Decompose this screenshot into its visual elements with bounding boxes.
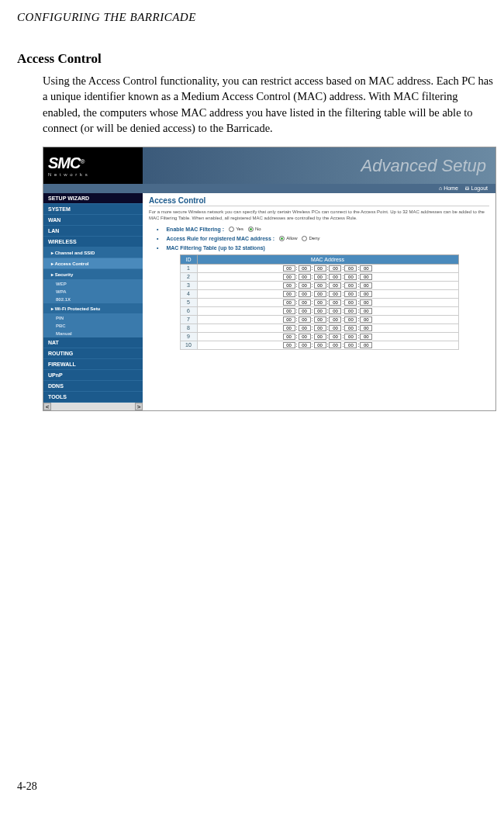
mac-octet-input[interactable] [329, 334, 341, 340]
mac-octet-input[interactable] [329, 342, 341, 348]
sidebar-wpa[interactable]: WPA [43, 288, 143, 296]
sidebar-wep[interactable]: WEP [43, 280, 143, 288]
mac-octet-input[interactable] [360, 291, 372, 297]
mac-octet-input[interactable] [360, 317, 372, 323]
mac-octet-input[interactable] [360, 325, 372, 331]
mac-octet-input[interactable] [283, 299, 295, 306]
mac-octet-input[interactable] [314, 325, 326, 331]
mac-octet-input[interactable] [329, 291, 341, 297]
sidebar-upnp[interactable]: UPnP [43, 370, 143, 381]
mac-octet-input[interactable] [299, 325, 311, 331]
mac-octet-input[interactable] [344, 274, 357, 280]
radio-deny[interactable]: Deny [302, 236, 319, 241]
mac-octet-input[interactable] [283, 291, 295, 297]
sidebar-tools[interactable]: TOOLS [43, 392, 143, 403]
mac-octet-input[interactable] [344, 325, 357, 331]
sidebar-routing[interactable]: ROUTING [43, 348, 143, 359]
mac-octet-input[interactable] [344, 342, 357, 348]
sidebar-pin[interactable]: PIN [43, 314, 143, 322]
mac-octet-input[interactable] [299, 342, 311, 348]
mac-octet-input[interactable] [314, 274, 326, 280]
sidebar-security[interactable]: ▸ Security [43, 269, 143, 280]
mac-octet-input[interactable] [283, 282, 295, 289]
mac-octet-input[interactable] [344, 282, 357, 289]
mac-octet-input[interactable] [283, 317, 295, 323]
mac-octet-input[interactable] [314, 334, 326, 340]
logo-text: SMC [48, 154, 80, 171]
sidebar-firewall[interactable]: FIREWALL [43, 359, 143, 370]
sidebar-pbc[interactable]: PBC [43, 322, 143, 330]
radio-allow[interactable]: Allow [279, 236, 297, 241]
scroll-right-icon[interactable]: > [135, 403, 143, 410]
sidebar-access-control[interactable]: ▸ Access Control [43, 258, 143, 269]
sidebar-channel-ssid[interactable]: ▸ Channel and SSID [43, 247, 143, 258]
mac-octet-input[interactable] [344, 265, 357, 272]
mac-octet-input[interactable] [299, 299, 311, 306]
sidebar-ddns[interactable]: DDNS [43, 381, 143, 392]
mac-octet-input[interactable] [299, 317, 311, 323]
sidebar-manual[interactable]: Manual [43, 330, 143, 337]
mac-octet-input[interactable] [299, 291, 311, 297]
sidebar-wifi-protected[interactable]: ▸ Wi-Fi Protected Setu [43, 303, 143, 314]
mac-octet-input[interactable] [329, 282, 341, 289]
mac-octet-input[interactable] [360, 334, 372, 340]
mac-octet-input[interactable] [283, 334, 295, 340]
mac-octet-input[interactable] [360, 282, 372, 289]
mac-table-label-row: •MAC Filtering Table (up to 32 stations) [157, 245, 489, 251]
mac-octet-input[interactable] [360, 342, 372, 348]
mac-octet-input[interactable] [314, 308, 326, 314]
scroll-left-icon[interactable]: < [43, 403, 51, 410]
sidebar-system[interactable]: SYSTEM [43, 204, 143, 215]
mac-octet-input[interactable] [314, 291, 326, 297]
sidebar: SETUP WIZARD SYSTEM WAN LAN WIRELESS ▸ C… [43, 193, 143, 410]
mac-octet-input[interactable] [283, 308, 295, 314]
sidebar-wireless[interactable]: WIRELESS [43, 237, 143, 247]
mac-octet-input[interactable] [344, 334, 357, 340]
sidebar-scrollbar[interactable]: < > [43, 403, 143, 410]
separator: : [296, 265, 298, 271]
mac-octet-input[interactable] [283, 325, 295, 331]
mac-octet-input[interactable] [314, 299, 326, 306]
home-link[interactable]: Home [444, 185, 458, 191]
mac-octet-input[interactable] [344, 291, 357, 297]
mac-octet-input[interactable] [329, 265, 341, 272]
mac-octet-input[interactable] [360, 299, 372, 306]
separator: : [357, 342, 359, 348]
mac-octet-input[interactable] [314, 317, 326, 323]
separator: : [312, 299, 313, 305]
mac-octet-input[interactable] [299, 282, 311, 289]
radio-no[interactable]: No [248, 227, 261, 232]
mac-octet-input[interactable] [283, 342, 295, 348]
mac-octet-input[interactable] [299, 274, 311, 280]
mac-octet-input[interactable] [344, 308, 357, 314]
mac-octet-input[interactable] [299, 334, 311, 340]
mac-octet-input[interactable] [329, 317, 341, 323]
separator: : [342, 291, 343, 296]
mac-octet-input[interactable] [299, 265, 311, 272]
sidebar-8021x[interactable]: 802.1X [43, 296, 143, 303]
mac-octet-input[interactable] [329, 308, 341, 314]
radio-yes[interactable]: Yes [229, 227, 243, 232]
page-number: 4-28 [17, 780, 37, 793]
mac-octet-input[interactable] [360, 265, 372, 272]
sidebar-lan[interactable]: LAN [43, 226, 143, 237]
mac-octet-input[interactable] [283, 265, 295, 272]
mac-octet-input[interactable] [344, 299, 357, 306]
sidebar-wan[interactable]: WAN [43, 215, 143, 226]
mac-octet-input[interactable] [314, 265, 326, 272]
content-desc: For a more secure Wireless network you c… [149, 209, 489, 222]
mac-octet-input[interactable] [329, 274, 341, 280]
mac-octet-input[interactable] [329, 325, 341, 331]
logout-link[interactable]: Logout [471, 185, 488, 191]
mac-octet-input[interactable] [314, 282, 326, 289]
mac-octet-input[interactable] [360, 308, 372, 314]
mac-octet-input[interactable] [283, 274, 295, 280]
mac-octet-input[interactable] [360, 274, 372, 280]
mac-octet-input[interactable] [314, 342, 326, 348]
mac-octet-input[interactable] [299, 308, 311, 314]
sidebar-setup-wizard[interactable]: SETUP WIZARD [43, 193, 143, 204]
mac-octet-input[interactable] [329, 299, 341, 306]
mac-octet-input[interactable] [344, 317, 357, 323]
logout-icon[interactable]: ⦻ [464, 185, 471, 191]
sidebar-nat[interactable]: NAT [43, 337, 143, 348]
